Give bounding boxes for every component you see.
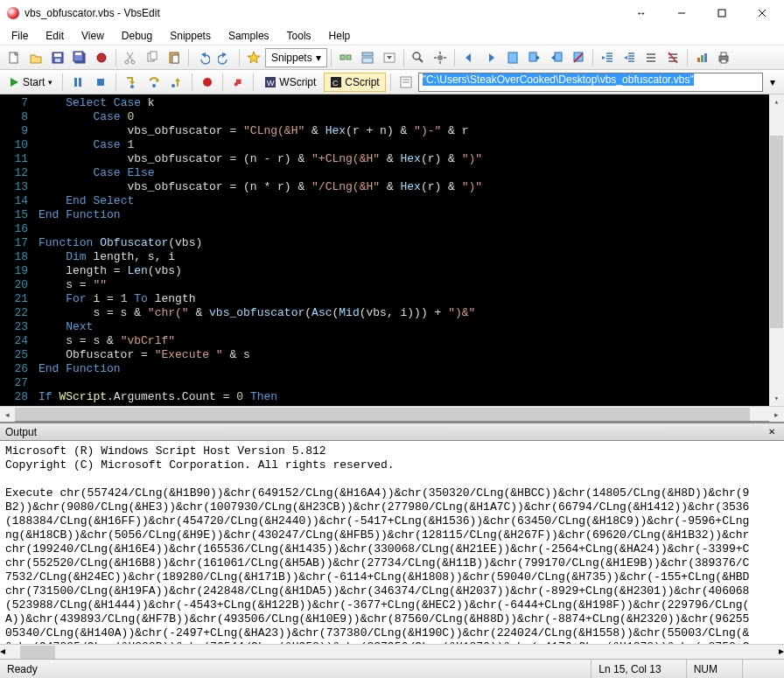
svg-rect-8 bbox=[55, 59, 60, 62]
menu-view[interactable]: View bbox=[74, 28, 112, 44]
snippets-dropdown[interactable]: Snippets ▾ bbox=[265, 48, 327, 67]
open-file-button[interactable] bbox=[25, 47, 46, 68]
scroll-down-icon[interactable]: ▾ bbox=[769, 391, 784, 406]
svg-text:C: C bbox=[332, 79, 339, 87]
scroll-right-icon[interactable]: ▸ bbox=[779, 645, 784, 659]
output-close-button[interactable]: ✕ bbox=[765, 425, 779, 439]
code-editor[interactable]: 7891011121314151617181920212223242526272… bbox=[0, 94, 784, 406]
scroll-up-icon[interactable]: ▴ bbox=[769, 94, 784, 109]
cscript-mode-button[interactable]: C CScript bbox=[324, 73, 385, 92]
new-file-button[interactable] bbox=[4, 47, 24, 68]
scrollbar-thumb[interactable] bbox=[770, 136, 783, 328]
editor-pane: 7891011121314151617181920212223242526272… bbox=[0, 94, 784, 423]
menu-tools[interactable]: Tools bbox=[279, 28, 319, 44]
breakpoint-button[interactable] bbox=[91, 47, 112, 68]
scrollbar-thumb[interactable] bbox=[20, 646, 55, 659]
bookmark-prev-button[interactable] bbox=[546, 47, 567, 68]
find-button[interactable] bbox=[408, 47, 429, 68]
start-button[interactable]: Start ▾ bbox=[4, 72, 58, 93]
favorite-button[interactable] bbox=[243, 47, 264, 68]
svg-rect-22 bbox=[340, 55, 345, 59]
bookmark-clear-button[interactable] bbox=[568, 47, 589, 68]
scrollbar-thumb[interactable] bbox=[15, 408, 750, 421]
comment-button[interactable] bbox=[640, 47, 662, 68]
menu-edit[interactable]: Edit bbox=[38, 28, 72, 44]
svg-rect-66 bbox=[721, 59, 726, 63]
menu-snippets[interactable]: Snippets bbox=[162, 28, 219, 44]
script-args-button[interactable] bbox=[396, 72, 416, 93]
script-path-input[interactable]: "C:\Users\SteakOverCooked\Desktop\vbs_ob… bbox=[418, 73, 763, 92]
line-gutter: 7891011121314151617181920212223242526272… bbox=[0, 94, 33, 406]
main-toolbar: Snippets ▾ bbox=[0, 45, 784, 70]
chart-button[interactable] bbox=[691, 47, 712, 68]
dropdown-button[interactable] bbox=[379, 47, 400, 68]
titlebar: vbs_obfuscator.vbs - VbsEdit ↔ bbox=[0, 0, 784, 26]
script-path-value: "C:\Users\SteakOverCooked\Desktop\vbs_ob… bbox=[423, 73, 694, 86]
output-text[interactable]: Microsoft (R) Windows Script Host Versio… bbox=[0, 441, 784, 644]
object-browser-button[interactable] bbox=[335, 47, 356, 68]
toggle-breakpoint-button[interactable] bbox=[197, 72, 218, 93]
status-ready: Ready bbox=[7, 663, 38, 675]
arrow-left-button[interactable] bbox=[458, 47, 480, 68]
svg-marker-53 bbox=[624, 56, 627, 59]
class-view-button[interactable] bbox=[357, 47, 378, 68]
outdent-button[interactable] bbox=[619, 47, 640, 68]
maximize-button[interactable] bbox=[702, 0, 742, 26]
path-dropdown-button[interactable]: ▾ bbox=[765, 76, 780, 88]
step-over-button[interactable] bbox=[144, 72, 164, 93]
window-title: vbs_obfuscator.vbs - VbsEdit bbox=[24, 7, 621, 19]
copy-button[interactable] bbox=[142, 47, 163, 68]
save-button[interactable] bbox=[47, 47, 68, 68]
separator bbox=[592, 49, 593, 66]
scroll-right-icon[interactable]: ▸ bbox=[769, 407, 784, 422]
status-empty bbox=[742, 660, 777, 678]
step-into-button[interactable] bbox=[121, 72, 142, 93]
menu-help[interactable]: Help bbox=[321, 28, 359, 44]
svg-rect-40 bbox=[555, 52, 562, 61]
svg-rect-16 bbox=[150, 52, 157, 59]
close-button[interactable] bbox=[742, 0, 782, 26]
cscript-icon: C bbox=[330, 76, 342, 88]
svg-rect-65 bbox=[721, 52, 726, 56]
print-button[interactable] bbox=[713, 47, 734, 68]
editor-horizontal-scrollbar[interactable]: ◂ ▸ bbox=[0, 406, 784, 421]
pause-button[interactable] bbox=[67, 72, 88, 93]
settings-button[interactable] bbox=[430, 47, 451, 68]
output-horizontal-scrollbar[interactable]: ◂ ▸ bbox=[0, 644, 784, 659]
stop-button[interactable] bbox=[90, 72, 111, 93]
bookmark-toggle-button[interactable] bbox=[502, 47, 523, 68]
svg-rect-62 bbox=[701, 55, 704, 62]
svg-rect-25 bbox=[362, 58, 373, 63]
svg-rect-38 bbox=[529, 52, 536, 61]
svg-rect-18 bbox=[172, 55, 178, 63]
save-all-button[interactable] bbox=[69, 47, 90, 68]
indent-button[interactable] bbox=[597, 47, 618, 68]
bookmark-next-button[interactable] bbox=[524, 47, 545, 68]
editor-vertical-scrollbar[interactable]: ▴ ▾ bbox=[769, 94, 784, 406]
step-out-button[interactable] bbox=[166, 72, 187, 93]
wscript-label: WScript bbox=[279, 76, 316, 88]
status-cursor-pos: Ln 15, Col 13 bbox=[591, 660, 668, 678]
menu-debug[interactable]: Debug bbox=[114, 28, 160, 44]
status-numlock: NUM bbox=[686, 660, 724, 678]
pin-button[interactable] bbox=[228, 72, 248, 93]
undo-button[interactable] bbox=[192, 47, 214, 68]
resize-handle-icon: ↔ bbox=[621, 7, 662, 19]
start-label: Start bbox=[23, 76, 45, 88]
separator bbox=[390, 73, 391, 91]
uncomment-button[interactable] bbox=[662, 47, 683, 68]
separator bbox=[222, 73, 223, 91]
code-area[interactable]: Select Case k Case 0 vbs_obfuscator = "C… bbox=[33, 94, 784, 406]
menu-samples[interactable]: Samples bbox=[220, 28, 277, 44]
separator bbox=[239, 49, 240, 66]
wscript-mode-button[interactable]: W WScript bbox=[258, 73, 322, 92]
cut-button[interactable] bbox=[120, 47, 141, 68]
svg-rect-69 bbox=[79, 78, 81, 87]
redo-button[interactable] bbox=[214, 47, 235, 68]
arrow-right-button[interactable] bbox=[480, 47, 501, 68]
paste-button[interactable] bbox=[164, 47, 185, 68]
minimize-button[interactable] bbox=[662, 0, 702, 26]
menu-file[interactable]: File bbox=[4, 28, 36, 44]
separator bbox=[62, 73, 63, 91]
scroll-left-icon[interactable]: ◂ bbox=[0, 407, 15, 422]
